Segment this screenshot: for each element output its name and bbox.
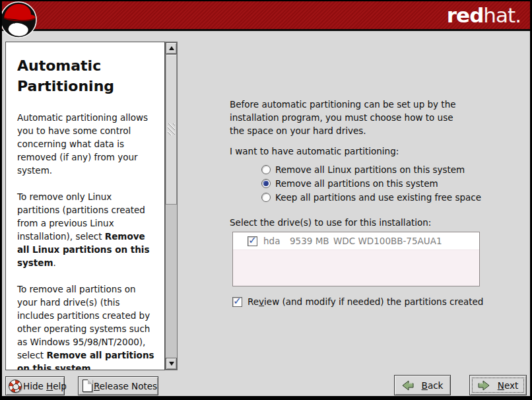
up-arrow-icon — [169, 46, 174, 50]
drive-list: ✓ hda 9539 MB WDC WD100BB-75AUA1 — [232, 232, 480, 286]
header-bar: redhat. — [2, 1, 530, 31]
help-paragraph: To remove only Linux partitions (partiti… — [17, 190, 156, 269]
help-scrollbar[interactable] — [165, 42, 178, 370]
radio-button[interactable] — [261, 193, 271, 202]
drive-name: hda — [263, 236, 290, 246]
drive-model: WDC WD100BB-75AUA1 — [333, 236, 442, 246]
drive-checkbox[interactable]: ✓ — [248, 236, 257, 246]
help-title: Automatic Partitioning — [17, 55, 156, 96]
drive-row[interactable]: ✓ hda 9539 MB WDC WD100BB-75AUA1 — [233, 232, 479, 250]
hide-help-button[interactable]: Hide Help — [5, 376, 65, 395]
radio-label: Remove all Linux partitions on this syst… — [275, 164, 465, 175]
next-arrow-icon — [478, 380, 490, 391]
redhat-shadowman-icon — [1, 1, 42, 40]
radio-label: Keep all partitions and use existing fre… — [275, 192, 481, 203]
back-arrow-icon — [402, 380, 414, 391]
grip-icon — [168, 123, 175, 135]
scroll-down-button[interactable] — [166, 358, 177, 370]
review-option[interactable]: ✓ Review (and modify if needed) the part… — [232, 296, 483, 307]
scrollbar-thumb[interactable] — [166, 54, 177, 205]
release-notes-label: Release Notes — [94, 381, 157, 391]
radio-label: Remove all partitions on this system — [275, 178, 438, 189]
drive-size: 9539 MB — [290, 236, 331, 246]
review-checkbox[interactable]: ✓ — [232, 297, 242, 307]
back-label: Back — [422, 380, 444, 391]
installer-window: redhat. Automatic Partitioning Automatic… — [0, 0, 532, 400]
partitioning-question-label: I want to have automatic partitioning: — [230, 146, 399, 156]
release-notes-button[interactable]: Release Notes — [78, 376, 158, 395]
checkmark-icon: ✓ — [233, 298, 242, 305]
lifebuoy-icon — [9, 380, 22, 393]
wordmark-bold: red — [447, 3, 484, 27]
radio-option-remove-linux[interactable]: Remove all Linux partitions on this syst… — [261, 163, 465, 176]
next-button[interactable]: Next — [469, 375, 527, 395]
next-label: Next — [498, 380, 518, 391]
help-panel: Automatic Partitioning Automatic partiti… — [5, 42, 165, 370]
hide-help-label: Hide Help — [23, 381, 67, 391]
radio-button-selected[interactable] — [261, 179, 271, 188]
radio-option-remove-all[interactable]: Remove all partitions on this system — [261, 177, 438, 190]
radio-button[interactable] — [261, 165, 271, 174]
radio-option-keep-all[interactable]: Keep all partitions and use existing fre… — [261, 191, 481, 204]
drive-select-label: Select the drive(s) to use for this inst… — [230, 217, 431, 228]
scroll-up-button[interactable] — [166, 42, 177, 54]
review-label: Review (and modify if needed) the partit… — [248, 296, 483, 307]
back-button[interactable]: Back — [394, 375, 451, 395]
help-paragraph: Automatic partitioning allows you to hav… — [17, 111, 156, 177]
down-arrow-icon — [169, 362, 174, 366]
document-icon — [83, 380, 92, 392]
help-paragraph: To remove all partitions on your hard dr… — [17, 283, 156, 370]
intro-text: Before automatic partitioning can be set… — [230, 98, 459, 137]
wordmark-light: hat. — [483, 3, 521, 27]
redhat-wordmark: redhat. — [447, 3, 521, 27]
checkmark-icon: ✓ — [248, 237, 257, 244]
